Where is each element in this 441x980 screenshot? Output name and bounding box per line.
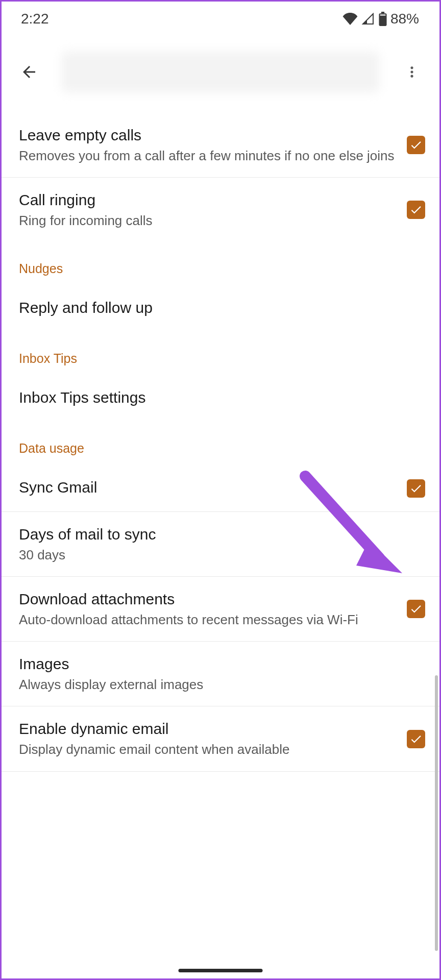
status-icons: 88% xyxy=(342,11,419,27)
navigation-bar-handle[interactable] xyxy=(179,969,263,972)
back-button[interactable] xyxy=(17,60,41,84)
setting-inbox-tips[interactable]: Inbox Tips settings xyxy=(2,375,439,422)
setting-title: Images xyxy=(19,654,425,674)
settings-list: Leave empty calls Removes you from a cal… xyxy=(2,113,439,772)
setting-subtitle: Ring for incoming calls xyxy=(19,212,399,230)
svg-rect-0 xyxy=(381,12,384,13)
setting-reply-follow-up[interactable]: Reply and follow up xyxy=(2,285,439,332)
setting-title: Call ringing xyxy=(19,190,399,210)
status-time: 2:22 xyxy=(21,11,49,27)
setting-days-sync[interactable]: Days of mail to sync 30 days xyxy=(2,512,439,577)
setting-title: Inbox Tips settings xyxy=(19,387,425,407)
more-menu-button[interactable] xyxy=(400,60,424,84)
check-icon xyxy=(409,732,423,746)
status-bar: 2:22 88% xyxy=(2,2,439,31)
setting-images[interactable]: Images Always display external images xyxy=(2,642,439,706)
setting-title: Download attachments xyxy=(19,589,399,609)
check-icon xyxy=(409,482,423,495)
svg-point-4 xyxy=(410,70,413,73)
check-icon xyxy=(409,203,423,216)
setting-download-attachments[interactable]: Download attachments Auto-download attac… xyxy=(2,577,439,642)
setting-leave-empty-calls[interactable]: Leave empty calls Removes you from a cal… xyxy=(2,113,439,178)
setting-title: Leave empty calls xyxy=(19,125,399,145)
battery-icon xyxy=(378,12,387,26)
section-header-data-usage: Data usage xyxy=(2,422,439,465)
setting-title: Days of mail to sync xyxy=(19,524,425,544)
svg-point-5 xyxy=(410,75,413,78)
setting-subtitle: Always display external images xyxy=(19,676,425,694)
app-bar xyxy=(2,31,439,113)
setting-dynamic-email[interactable]: Enable dynamic email Display dynamic ema… xyxy=(2,706,439,771)
check-icon xyxy=(409,138,423,152)
setting-call-ringing[interactable]: Call ringing Ring for incoming calls xyxy=(2,178,439,242)
battery-percent: 88% xyxy=(390,11,419,27)
setting-subtitle: Display dynamic email content when avail… xyxy=(19,741,399,758)
checkbox-call-ringing[interactable] xyxy=(407,201,425,219)
setting-title: Sync Gmail xyxy=(19,477,399,497)
setting-subtitle: Auto-download attachments to recent mess… xyxy=(19,611,399,629)
checkbox-sync-gmail[interactable] xyxy=(407,479,425,498)
svg-point-3 xyxy=(410,66,413,69)
scroll-indicator xyxy=(435,675,438,951)
setting-subtitle: 30 days xyxy=(19,546,425,564)
checkbox-leave-empty-calls[interactable] xyxy=(407,136,425,154)
checkbox-dynamic-email[interactable] xyxy=(407,730,425,748)
section-header-inbox-tips: Inbox Tips xyxy=(2,332,439,375)
setting-title: Enable dynamic email xyxy=(19,719,399,739)
signal-icon xyxy=(361,13,375,25)
setting-title: Reply and follow up xyxy=(19,298,425,317)
svg-rect-2 xyxy=(380,14,386,15)
wifi-icon xyxy=(342,13,358,25)
page-title-redacted xyxy=(62,52,379,92)
more-vert-icon xyxy=(405,65,419,79)
arrow-back-icon xyxy=(20,63,38,81)
check-icon xyxy=(409,602,423,616)
section-header-nudges: Nudges xyxy=(2,242,439,285)
setting-subtitle: Removes you from a call after a few minu… xyxy=(19,147,399,165)
checkbox-download-attachments[interactable] xyxy=(407,600,425,618)
setting-sync-gmail[interactable]: Sync Gmail xyxy=(2,465,439,512)
